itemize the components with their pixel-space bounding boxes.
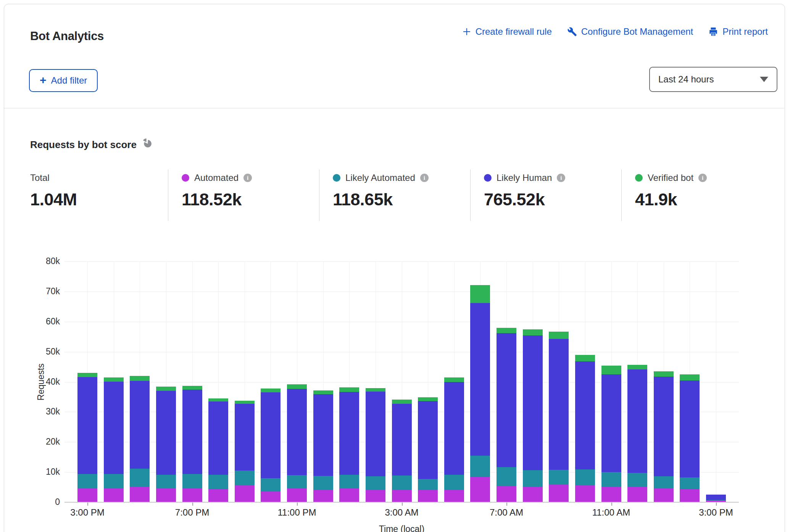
bar-500am[interactable] xyxy=(444,377,464,502)
x-tick-mark xyxy=(402,503,403,506)
segment-verified-bot xyxy=(470,285,490,303)
automated-legend-dot xyxy=(182,174,189,182)
bar-800pm[interactable] xyxy=(208,398,228,502)
bar-900pm[interactable] xyxy=(235,401,255,502)
segment-verified-bot xyxy=(208,398,228,401)
segment-verified-bot xyxy=(418,397,438,401)
add-filter-button[interactable]: + Add filter xyxy=(29,69,98,92)
bar-300am[interactable] xyxy=(392,400,412,502)
stat-likely-human: Likely Human i 765.52k xyxy=(484,172,565,210)
segment-likely-human xyxy=(130,381,150,469)
info-icon[interactable]: i xyxy=(557,174,565,182)
time-range-select[interactable]: Last 24 hours xyxy=(649,67,777,92)
y-tick-label: 30k xyxy=(26,406,60,417)
segment-verified-bot xyxy=(366,388,385,392)
info-icon[interactable]: i xyxy=(698,174,707,182)
bar-900am[interactable] xyxy=(549,332,569,502)
segment-verified-bot xyxy=(156,387,176,391)
segment-likely-human xyxy=(287,389,307,475)
bar-1100pm[interactable] xyxy=(287,384,307,502)
configure-bot-management-link[interactable]: Configure Bot Management xyxy=(567,26,693,37)
bot-analytics-card: Bot Analytics Create firewall rule Confi… xyxy=(4,4,785,532)
plus-icon: + xyxy=(40,74,47,86)
bar-300pm[interactable] xyxy=(77,373,97,502)
segment-likely-human xyxy=(549,339,569,470)
x-tick-mark xyxy=(192,503,193,506)
wrench-icon xyxy=(567,27,577,37)
segment-likely-automated xyxy=(680,477,700,489)
segment-likely-automated xyxy=(654,476,674,488)
bar-500pm[interactable] xyxy=(130,376,150,502)
bar-700pm[interactable] xyxy=(182,386,202,502)
page-title: Bot Analytics xyxy=(30,29,104,43)
bar-1100am[interactable] xyxy=(601,366,621,502)
segment-likely-human xyxy=(523,335,543,470)
bar-1000pm[interactable] xyxy=(261,389,281,502)
bar-300pm[interactable] xyxy=(706,495,726,502)
segment-likely-human xyxy=(497,333,516,467)
time-range-value: Last 24 hours xyxy=(658,74,714,85)
add-filter-label: Add filter xyxy=(51,75,87,86)
x-tick-mark xyxy=(611,503,612,506)
segment-likely-human xyxy=(182,390,202,474)
pie-chart-icon xyxy=(142,139,152,151)
segment-automated xyxy=(235,485,255,502)
bar-200pm[interactable] xyxy=(680,374,700,502)
segment-likely-automated xyxy=(77,474,97,488)
x-tick-mark xyxy=(87,503,88,506)
segment-likely-human xyxy=(77,377,97,474)
segment-automated xyxy=(392,490,412,502)
section-title: Requests by bot score xyxy=(30,139,152,151)
segment-automated xyxy=(654,488,674,502)
stat-automated: Automated i 118.52k xyxy=(182,172,252,210)
segment-likely-automated xyxy=(575,469,595,485)
segment-verified-bot xyxy=(549,332,569,339)
stat-likely-human-label: Likely Human xyxy=(497,172,552,183)
segment-likely-automated xyxy=(208,475,228,489)
bar-600am[interactable] xyxy=(470,285,490,502)
bar-1200pm[interactable] xyxy=(627,365,647,502)
bar-700am[interactable] xyxy=(497,328,516,502)
info-icon[interactable]: i xyxy=(420,174,429,182)
segment-likely-human xyxy=(261,392,281,478)
segment-likely-human xyxy=(627,369,647,473)
bar-200am[interactable] xyxy=(366,388,385,502)
stat-total-value: 1.04M xyxy=(30,190,77,210)
bar-1000am[interactable] xyxy=(575,355,595,502)
x-tick-mark xyxy=(506,503,507,506)
bar-400pm[interactable] xyxy=(104,377,124,502)
bar-400am[interactable] xyxy=(418,397,438,502)
segment-automated xyxy=(575,485,595,502)
stat-total: Total 1.04M xyxy=(30,172,77,210)
segment-automated xyxy=(497,486,516,502)
bar-1200am[interactable] xyxy=(313,390,333,502)
verified-bot-legend-dot xyxy=(635,174,643,182)
segment-likely-automated xyxy=(523,470,543,487)
segment-automated xyxy=(418,490,438,502)
bar-100pm[interactable] xyxy=(654,371,674,502)
chevron-down-icon xyxy=(760,77,768,82)
segment-verified-bot xyxy=(182,386,202,390)
x-tick-mark xyxy=(297,503,298,506)
segment-likely-human xyxy=(104,382,124,474)
bar-100am[interactable] xyxy=(339,387,359,502)
bar-800am[interactable] xyxy=(523,329,543,502)
y-tick-label: 80k xyxy=(26,256,60,266)
segment-likely-human xyxy=(392,404,412,476)
stat-verified-bot: Verified bot i 41.9k xyxy=(635,172,707,210)
stat-automated-value: 118.52k xyxy=(182,190,252,210)
segment-likely-automated xyxy=(156,475,176,488)
info-icon[interactable]: i xyxy=(243,174,252,182)
segment-automated xyxy=(287,488,307,502)
stat-verified-bot-value: 41.9k xyxy=(635,190,707,210)
segment-likely-automated xyxy=(130,469,150,487)
segment-verified-bot xyxy=(104,377,124,382)
segment-likely-automated xyxy=(470,456,490,477)
bar-600pm[interactable] xyxy=(156,387,176,502)
segment-likely-human xyxy=(313,394,333,476)
x-tick-label: 3:00 AM xyxy=(368,507,436,518)
x-tick-label: 7:00 PM xyxy=(158,507,227,518)
create-firewall-rule-link[interactable]: Create firewall rule xyxy=(462,26,552,37)
configure-bot-management-label: Configure Bot Management xyxy=(581,26,693,37)
print-report-link[interactable]: Print report xyxy=(708,26,768,37)
